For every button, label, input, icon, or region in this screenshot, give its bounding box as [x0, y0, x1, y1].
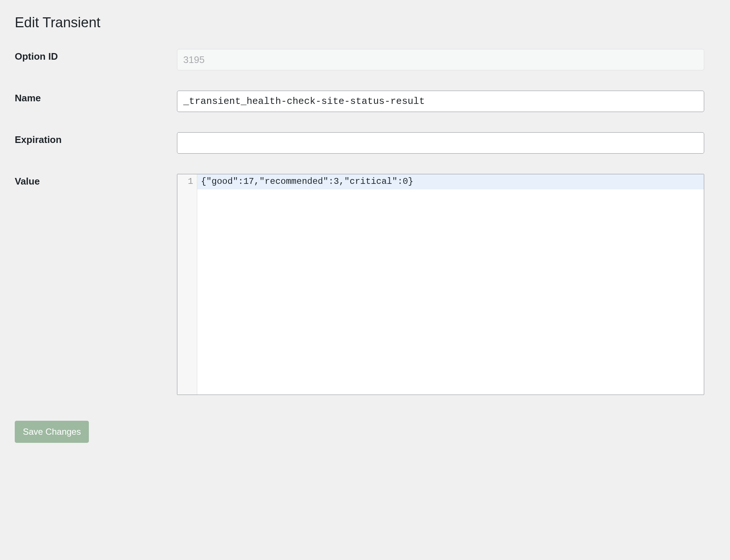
code-area[interactable]: {"good":17,"recommended":3,"critical":0}: [197, 174, 704, 395]
expiration-label: Expiration: [15, 132, 177, 146]
code-line[interactable]: {"good":17,"recommended":3,"critical":0}: [197, 174, 704, 189]
option-id-label: Option ID: [15, 49, 177, 62]
value-code-editor[interactable]: 1 {"good":17,"recommended":3,"critical":…: [177, 174, 704, 395]
expiration-row: Expiration: [15, 132, 715, 154]
name-input[interactable]: [177, 91, 704, 112]
option-id-input: [177, 49, 704, 70]
line-number: 1: [180, 176, 193, 186]
page-title: Edit Transient: [15, 15, 715, 31]
expiration-input[interactable]: [177, 132, 704, 154]
option-id-row: Option ID: [15, 49, 715, 70]
value-label: Value: [15, 174, 177, 187]
save-changes-button[interactable]: Save Changes: [15, 421, 89, 443]
name-label: Name: [15, 91, 177, 104]
code-gutter: 1: [177, 174, 197, 395]
name-row: Name: [15, 91, 715, 112]
value-row: Value 1 {"good":17,"recommended":3,"crit…: [15, 174, 715, 395]
